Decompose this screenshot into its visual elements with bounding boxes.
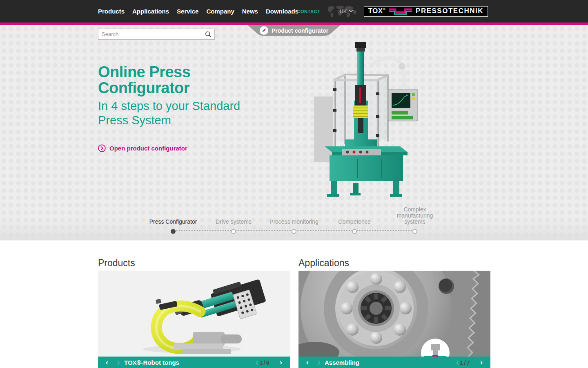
hero-subtitle: In 4 steps to your Standard Press System — [98, 99, 240, 128]
step-dot[interactable] — [231, 229, 236, 234]
logo-pressotechnik-text: PRESSOTECHNIK — [416, 7, 483, 15]
step-complex-manufacturing[interactable]: Complex manufacturing systems — [385, 206, 445, 234]
logo-tox-text: TOX® — [368, 7, 386, 15]
compass-icon — [260, 26, 268, 35]
chevron-decor-icon: ‹ — [456, 357, 459, 368]
search-input[interactable] — [98, 31, 202, 37]
language-selector[interactable]: UK — [339, 8, 352, 14]
step-process-monitoring[interactable]: Process monitoring — [264, 206, 324, 234]
products-carousel-bar: ‹ › TOX®-Robot tongs ‹ 1/6 › — [98, 357, 290, 368]
step-dot[interactable] — [352, 229, 357, 234]
products-page-indicator: 1/6 — [259, 359, 270, 366]
step-dot[interactable] — [412, 229, 417, 234]
step-label: Process monitoring — [270, 219, 318, 225]
products-card[interactable]: ‹ › TOX®-Robot tongs ‹ 1/6 › — [98, 271, 290, 368]
applications-card[interactable]: ‹ › Assembling ‹ 1/7 › — [298, 271, 490, 368]
language-label: UK — [339, 8, 347, 14]
assembling-image — [298, 271, 490, 357]
hero-title: Online Press Configurator — [98, 64, 190, 96]
world-map-icon: UK — [326, 4, 358, 18]
page: Products Applications Service Company Ne… — [0, 0, 588, 368]
step-press-configurator[interactable]: Press Configurator — [143, 206, 203, 234]
step-drive-systems[interactable]: Drive systems — [203, 206, 264, 234]
chevron-down-icon — [349, 9, 353, 13]
nav-item-news[interactable]: News — [242, 8, 258, 15]
products-carousel-title: TOX®-Robot tongs — [116, 359, 255, 366]
step-dot[interactable] — [292, 229, 296, 234]
hero-section: Product configurator Online Press Config… — [0, 25, 588, 240]
brand-logo[interactable]: TOX® PRESSOTECHNIK — [364, 6, 488, 17]
search-box — [98, 29, 215, 40]
applications-carousel-title: Assembling — [316, 359, 456, 366]
step-dot[interactable] — [171, 229, 176, 234]
products-next-button[interactable]: › — [272, 357, 290, 368]
nav-item-downloads[interactable]: Downloads — [266, 8, 298, 15]
nav-right: CONTACT UK — [297, 0, 488, 22]
applications-next-button[interactable]: › — [472, 357, 490, 368]
search-icon — [205, 31, 212, 38]
search-button[interactable] — [202, 29, 214, 39]
applications-heading: Applications — [298, 258, 349, 269]
step-label: Drive systems — [216, 219, 252, 225]
clinch-joint-logo-icon — [389, 7, 412, 15]
robot-tongs-image — [98, 271, 290, 357]
products-heading: Products — [98, 258, 135, 269]
circle-arrow-icon — [98, 144, 106, 152]
products-prev-button[interactable]: ‹ — [98, 357, 116, 368]
applications-prev-button[interactable]: ‹ — [298, 357, 316, 368]
applications-carousel-bar: ‹ › Assembling ‹ 1/7 › — [298, 357, 490, 368]
ribbon-label: Product configurator — [272, 27, 328, 34]
step-competence[interactable]: Competence — [324, 206, 385, 234]
step-indicator: Press Configurator Drive systems Process… — [143, 206, 445, 235]
main-menu: Products Applications Service Company Ne… — [98, 0, 298, 22]
step-label: Press Configurator — [149, 219, 197, 225]
press-machine-image — [308, 39, 431, 203]
press-insert-icon — [424, 343, 447, 357]
open-configurator-label: Open product configurator — [109, 145, 187, 152]
step-label: Complex manufacturing systems — [386, 206, 443, 225]
logo-registered-mark: ® — [383, 7, 385, 11]
open-configurator-link[interactable]: Open product configurator — [98, 144, 187, 152]
contact-link[interactable]: CONTACT — [297, 9, 320, 14]
nav-item-products[interactable]: Products — [98, 8, 125, 15]
nav-item-company[interactable]: Company — [206, 8, 234, 15]
chevron-decor-icon: ‹ — [255, 357, 258, 368]
step-label: Competence — [338, 219, 370, 225]
nav-item-applications[interactable]: Applications — [132, 8, 169, 15]
applications-page-indicator: 1/7 — [460, 359, 471, 366]
top-nav: Products Applications Service Company Ne… — [0, 0, 588, 22]
product-configurator-ribbon[interactable]: Product configurator — [247, 25, 341, 36]
nav-item-service[interactable]: Service — [177, 8, 198, 15]
